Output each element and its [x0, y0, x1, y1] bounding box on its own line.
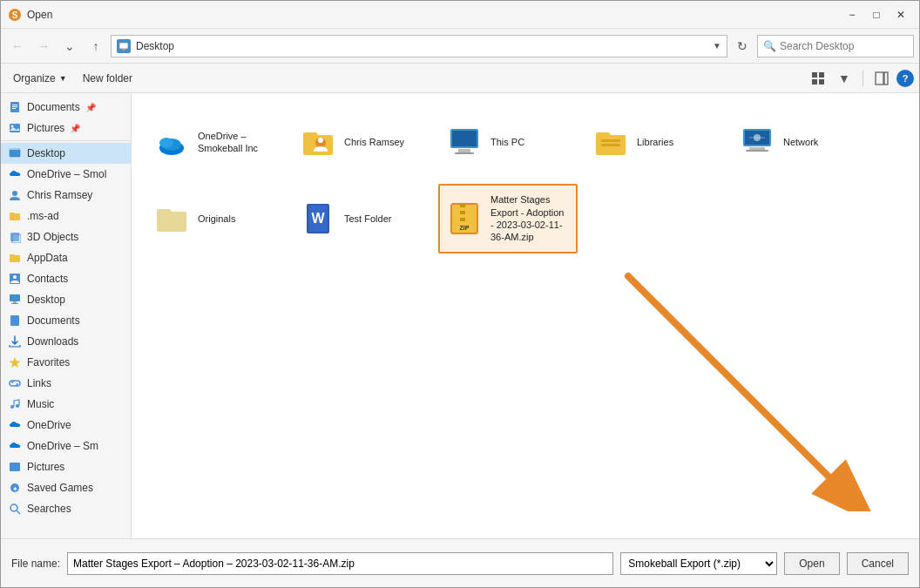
- organize-button[interactable]: Organize ▼: [6, 67, 74, 90]
- cancel-button[interactable]: Cancel: [847, 552, 909, 575]
- sidebar-item-ms-ad[interactable]: .ms-ad: [1, 206, 131, 226]
- folder-icon: [8, 251, 22, 265]
- svg-rect-7: [812, 79, 817, 84]
- sidebar-item-favorites[interactable]: Favorites: [1, 352, 131, 373]
- sidebar-label: OneDrive – Sm: [27, 440, 98, 452]
- svg-rect-58: [460, 204, 465, 207]
- svg-rect-6: [819, 72, 824, 78]
- sidebar-item-onedrive-sm[interactable]: OneDrive – Sm: [1, 436, 131, 456]
- svg-point-40: [318, 138, 323, 143]
- svg-rect-8: [819, 79, 824, 84]
- 3d-icon: [8, 230, 22, 244]
- address-text: Desktop: [136, 40, 174, 52]
- sidebar-item-documents2[interactable]: Documents: [1, 310, 131, 331]
- user-folder-icon: [301, 125, 335, 159]
- sidebar-label: Saved Games: [27, 482, 93, 494]
- filename-input[interactable]: [67, 552, 613, 575]
- picture-icon: [8, 460, 22, 474]
- toolbar-separator: [862, 71, 863, 86]
- svg-rect-3: [122, 49, 125, 51]
- sidebar-item-contacts[interactable]: Contacts: [1, 268, 131, 289]
- view-dropdown-button[interactable]: ▼: [833, 67, 856, 90]
- file-item-network[interactable]: Network: [731, 107, 870, 177]
- sidebar-item-documents-pin[interactable]: Documents 📌: [1, 97, 131, 118]
- file-label: Network: [783, 136, 818, 148]
- dropdown-button[interactable]: ⌄: [58, 35, 81, 57]
- minimize-button[interactable]: −: [841, 5, 863, 24]
- word-doc-icon: W: [301, 201, 335, 236]
- svg-rect-17: [10, 150, 20, 157]
- sidebar-label: Favorites: [27, 356, 70, 368]
- sidebar-item-music[interactable]: Music: [1, 394, 131, 415]
- address-dropdown-button[interactable]: ▼: [713, 41, 721, 51]
- bottom-bar: File name: Smokeball Export (*.zip) Open…: [1, 538, 919, 587]
- zip-icon: ZIP: [447, 201, 482, 236]
- sidebar-item-3d-objects[interactable]: 3D Objects: [1, 226, 131, 247]
- search-icon: [8, 502, 22, 516]
- search-input[interactable]: [780, 40, 910, 52]
- svg-rect-45: [601, 139, 620, 142]
- sidebar-item-chris-ramsey[interactable]: Chris Ramsey: [1, 185, 131, 206]
- file-label: Chris Ramsey: [344, 136, 404, 148]
- sidebar-item-onedrive[interactable]: OneDrive – Smol: [1, 164, 131, 185]
- smokeball-icon: S: [8, 8, 22, 22]
- sidebar-item-downloads[interactable]: Downloads: [1, 331, 131, 352]
- pin-icon: 📌: [85, 103, 96, 112]
- svg-rect-31: [10, 463, 20, 471]
- music-icon: [8, 397, 22, 411]
- file-label: OneDrive – Smokeball Inc: [198, 130, 276, 155]
- game-icon: ✦: [8, 481, 22, 495]
- maximize-button[interactable]: □: [865, 5, 888, 24]
- up-button[interactable]: ↑: [85, 35, 107, 57]
- file-item-matter-stages-export[interactable]: ZIP Matter Stages Export - Adoption - 20…: [438, 184, 578, 253]
- cloud-icon: [8, 439, 22, 453]
- cloud-icon: [8, 167, 22, 181]
- sidebar-label: Documents: [27, 101, 80, 113]
- sidebar-item-pictures-pin[interactable]: Pictures 📌: [1, 118, 131, 139]
- view-options-button[interactable]: [807, 67, 829, 90]
- sidebar-label: Documents: [27, 314, 80, 327]
- close-button[interactable]: ✕: [890, 5, 912, 24]
- filetype-select[interactable]: Smokeball Export (*.zip): [620, 552, 777, 575]
- file-item-this-pc[interactable]: This PC: [438, 107, 578, 177]
- sidebar-item-appdata[interactable]: AppData: [1, 247, 131, 268]
- open-dialog: S Open − □ ✕ ← → ⌄ ↑ Desktop ▼ ↻: [0, 0, 920, 588]
- svg-rect-50: [746, 150, 768, 152]
- svg-rect-4: [121, 50, 126, 51]
- sidebar-item-desktop2[interactable]: Desktop: [1, 289, 131, 310]
- new-folder-button[interactable]: New folder: [76, 67, 139, 90]
- back-button[interactable]: ←: [6, 35, 29, 57]
- svg-point-34: [10, 504, 17, 511]
- file-item-test-folder[interactable]: W Test Folder: [292, 184, 431, 253]
- address-icon: [117, 39, 131, 53]
- sidebar-item-saved-games[interactable]: ✦ Saved Games: [1, 477, 131, 498]
- user-icon: [8, 188, 22, 202]
- sidebar-label: AppData: [27, 252, 68, 264]
- help-button[interactable]: ?: [896, 70, 914, 87]
- file-item-libraries[interactable]: Libraries: [585, 107, 724, 177]
- sidebar-item-searches[interactable]: Searches: [1, 498, 131, 519]
- preview-button[interactable]: [870, 67, 893, 90]
- svg-point-19: [12, 191, 17, 196]
- sidebar-item-onedrive2[interactable]: OneDrive: [1, 415, 131, 436]
- svg-point-38: [159, 138, 173, 148]
- open-button[interactable]: Open: [784, 552, 839, 575]
- file-item-onedrive-smokeball[interactable]: OneDrive – Smokeball Inc: [145, 107, 285, 177]
- file-item-chris-ramsey[interactable]: Chris Ramsey: [292, 107, 431, 177]
- file-grid: OneDrive – Smokeball Inc Chris Ramsey: [145, 107, 905, 253]
- download-icon: [8, 335, 22, 348]
- sidebar-item-pictures2[interactable]: Pictures: [1, 456, 131, 477]
- main-content: Documents 📌 Pictures 📌 Desktop: [1, 93, 919, 538]
- desktop-address-icon: [118, 41, 129, 51]
- sidebar-item-desktop[interactable]: Desktop: [1, 143, 131, 164]
- sidebar-label: Desktop: [27, 294, 65, 306]
- refresh-button[interactable]: ↻: [731, 35, 754, 57]
- document-icon: [8, 314, 22, 328]
- sidebar-label: OneDrive – Smol: [27, 168, 106, 180]
- network-icon: [740, 125, 775, 159]
- sidebar-item-links[interactable]: Links: [1, 373, 131, 394]
- file-item-originals[interactable]: Originals: [145, 184, 285, 253]
- computer-icon: [447, 125, 482, 159]
- forward-button[interactable]: →: [32, 35, 55, 57]
- svg-rect-44: [455, 152, 474, 154]
